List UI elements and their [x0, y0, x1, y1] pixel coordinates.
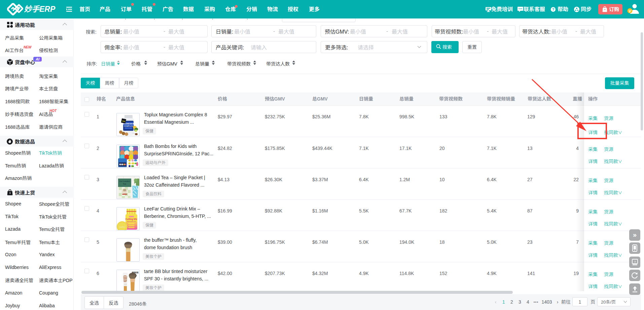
- svg-text:Tea: Tea: [123, 183, 126, 185]
- svg-text:FREE: FREE: [132, 271, 139, 274]
- svg-text:COMPLEX: COMPLEX: [124, 125, 133, 127]
- svg-text:LeeFar: LeeFar: [119, 226, 125, 228]
- svg-text:Watermelon ICE: Watermelon ICE: [127, 221, 136, 222]
- svg-text:V: V: [629, 9, 632, 13]
- svg-text:Cutting Mix: Cutting Mix: [126, 218, 138, 221]
- svg-text:Get Loaded: Get Loaded: [119, 180, 130, 182]
- svg-text:?: ?: [634, 260, 636, 264]
